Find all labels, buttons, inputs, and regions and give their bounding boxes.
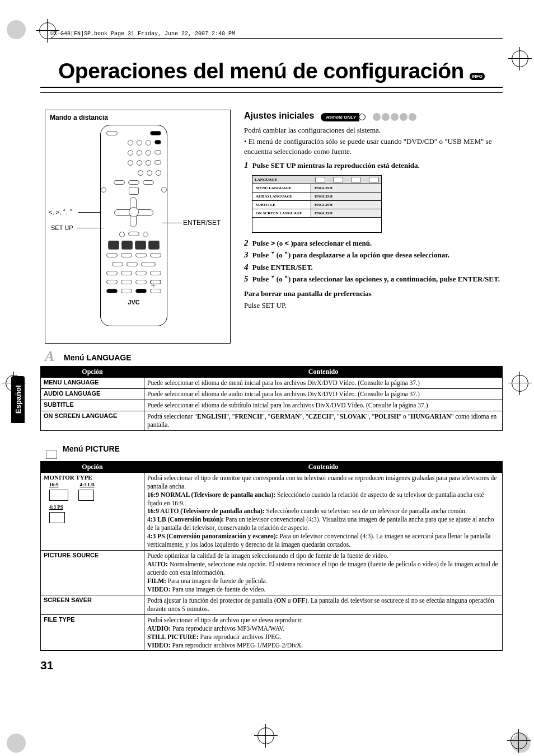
opt-cell: SCREEN SAVER: [41, 595, 144, 614]
divider: [40, 92, 503, 93]
mini-row-label: SUBTITLE: [252, 201, 311, 209]
menu-picture-heading: Menú PICTURE: [46, 439, 503, 459]
left-column: Mando a distancia: [40, 110, 231, 344]
aspect-thumb-icon: [49, 490, 68, 501]
opt-cell: MONITOR TYPE 16:94:3 LB 4:3 PS: [41, 472, 144, 550]
page-number: 31: [40, 659, 503, 672]
opt-cell: SUBTITLE: [41, 400, 144, 411]
opt-cell: FILE TYPE: [41, 614, 144, 651]
mini-row-label: AUDIO LANGUAGE: [252, 192, 311, 201]
content-cell: Puede seleccionar el idioma de audio ini…: [144, 388, 503, 400]
remote-box-title: Mando a distancia: [50, 114, 226, 121]
print-header: UX-G48[EN]SP.book Page 31 Friday, June 2…: [50, 31, 503, 39]
dots-icon: [372, 112, 416, 120]
mini-row-label: MENU LANGUAGE: [252, 184, 311, 192]
signal-icon: [359, 114, 366, 120]
section-heading-row: Ajustes iniciales Remote ONLY: [244, 110, 503, 122]
step-text: Pulse ˅ (o ˄) para seleccionar las opcio…: [252, 275, 500, 283]
erase-title: Para borrar una pantalla de preferencias: [244, 289, 372, 298]
tab-icon: [351, 177, 361, 182]
step-text: Pulse ˅ (o ˄) para desplazarse a la opci…: [252, 251, 449, 259]
picture-table: OpciónContenido MONITOR TYPE 16:94:3 LB …: [40, 461, 503, 651]
mini-menu-title: LANGUAGE: [255, 177, 277, 182]
aspect-label: 4:3 PS: [49, 504, 63, 510]
picture-icon: [46, 450, 57, 459]
step: 5 Pulse ˅ (o ˄) para seleccionar las opc…: [244, 274, 503, 284]
th-opcion: Opción: [41, 367, 144, 378]
tab-icon: [315, 177, 325, 182]
setup-label: SET UP: [51, 224, 73, 231]
registration-mark: [257, 727, 274, 744]
step-text: Pulse SET UP mientras la reproducción es…: [252, 161, 420, 170]
mini-row-value: ENGLISH: [311, 184, 381, 192]
step: 1 Pulse SET UP mientras la reproducción …: [244, 161, 503, 233]
tab-icon: [369, 177, 379, 182]
menu-heading-text: Menú PICTURE: [63, 444, 120, 453]
language-side-tab: Español: [11, 376, 25, 423]
remote-drawing: + JVC <, >, ˄, ˅ SET UP ENTER/SET: [50, 125, 226, 337]
steps-list: 1 Pulse SET UP mientras la reproducción …: [244, 161, 503, 284]
registration-mark: [512, 50, 528, 67]
info-badge-icon: INFO: [470, 73, 485, 80]
leader-line: [77, 228, 104, 228]
opt-cell: AUDIO LANGUAGE: [41, 388, 144, 400]
intro-bullet: • El menú de configuración sólo se puede…: [244, 137, 503, 156]
aspect-label: 16:9: [49, 482, 59, 487]
content-cell: Podrá seleccionar el tipo de archivo que…: [144, 614, 503, 651]
aspect-label: 4:3 LB: [80, 482, 95, 487]
intro-text: Podrá cambiar las configuraciones del si…: [244, 125, 503, 135]
step: 4 Pulse ENTER/SET.: [244, 262, 503, 273]
th-opcion: Opción: [41, 461, 144, 472]
content-cell: Puede optimizar la calidad de la imagen …: [144, 551, 503, 595]
registration-mark: [510, 732, 527, 749]
jvc-logo: JVC: [101, 299, 167, 306]
opt-cell: ON SCREEN LANGUAGE: [41, 411, 144, 430]
opt-label: MONITOR TYPE: [44, 474, 92, 481]
enter-label: ENTER/SET: [183, 219, 221, 227]
registration-mark: [512, 375, 528, 392]
content-cell: Podrá ajustar la función del protector d…: [144, 595, 503, 614]
menu-heading-text: Menú LANGUAGE: [64, 353, 132, 362]
erase-body: Pulse SET UP.: [244, 300, 503, 311]
content-cell: Podrá seleccionar el tipo de monitor que…: [144, 472, 503, 550]
page: UX-G48[EN]SP.book Page 31 Friday, June 2…: [0, 0, 534, 756]
aspect-thumb-icon: [49, 512, 65, 523]
leader-line: [78, 212, 100, 213]
remote-diagram: Mando a distancia: [45, 110, 231, 344]
language-table: OpciónContenido MENU LANGUAGEPuede selec…: [40, 366, 503, 431]
two-columns: Mando a distancia: [40, 110, 503, 344]
arrows-label: <, >, ˄, ˅: [49, 209, 73, 216]
crop-disc: [7, 20, 26, 39]
content-cell: Puede seleccionar el idioma de menú inic…: [144, 378, 503, 389]
opt-cell: PICTURE SOURCE: [41, 551, 144, 595]
page-title: Operaciones del menú de configuración: [58, 59, 464, 83]
leader-line: [162, 223, 182, 223]
divider: [40, 87, 503, 88]
content-cell: Puede seleccionar el idioma de subtítulo…: [144, 400, 503, 411]
tab-icon: [333, 177, 343, 182]
step: 3 Pulse ˅ (o ˄) para desplazarse a la op…: [244, 250, 503, 260]
opt-cell: MENU LANGUAGE: [41, 378, 144, 389]
step-text: Pulse ENTER/SET.: [252, 263, 313, 271]
right-column: Ajustes iniciales Remote ONLY Podrá camb…: [244, 110, 503, 344]
registration-mark: [39, 22, 56, 39]
mini-row-value: ENGLISH: [311, 201, 381, 209]
page-title-row: Operaciones del menú de configuración IN…: [40, 59, 503, 83]
mini-row-value: ENGLISH: [311, 209, 381, 218]
remote-body: + JVC: [100, 125, 167, 326]
th-contenido: Contenido: [144, 367, 503, 378]
mini-row-value: ENGLISH: [311, 192, 381, 201]
section-heading: Ajustes iniciales: [244, 111, 314, 120]
remote-only-badge-icon: Remote ONLY: [321, 113, 359, 121]
crop-disc: [7, 734, 26, 753]
letter-a-icon: [46, 351, 58, 364]
menu-language-heading: Menú LANGUAGE: [46, 351, 503, 364]
th-contenido: Contenido: [144, 461, 503, 472]
step: 2 Pulse > (o < )para seleccionar el menú…: [244, 238, 503, 248]
content-cell: Podrá seleccionar "ENGLISH", "FRENCH", "…: [144, 411, 503, 430]
mini-menu-screenshot: LANGUAGE MENU LANGUAGEENGLISH AUDIO LANG…: [252, 175, 382, 233]
mini-row-label: ON SCREEN LANGUAGE: [252, 209, 311, 218]
aspect-thumb-icon: [78, 490, 94, 501]
